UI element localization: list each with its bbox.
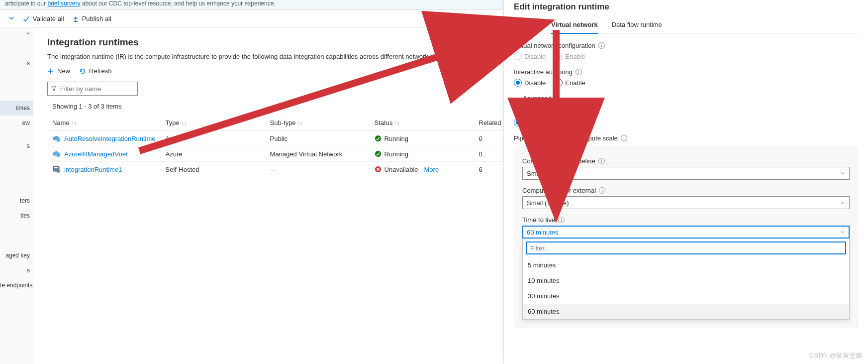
- nav-item-2[interactable]: ew: [0, 116, 33, 130]
- runtime-type: Azure: [161, 131, 265, 146]
- info-icon[interactable]: i: [558, 217, 565, 223]
- runtime-type: Azure: [161, 146, 265, 162]
- toolbar-expand[interactable]: [4, 12, 19, 25]
- nav-item-4[interactable]: ters: [0, 193, 33, 208]
- nav-item-runtimes[interactable]: times: [0, 101, 33, 116]
- info-icon[interactable]: i: [599, 187, 605, 194]
- runtime-status: Running: [375, 150, 469, 158]
- filter-input[interactable]: [57, 85, 134, 93]
- refresh-button[interactable]: Refresh: [79, 67, 112, 75]
- svg-point-2: [57, 154, 60, 157]
- vnet-disable-radio: Disable: [514, 52, 546, 60]
- nav-item-3[interactable]: s: [0, 138, 33, 153]
- runtime-name[interactable]: integrationRuntime1: [52, 165, 156, 173]
- publish-all-button[interactable]: Publish all: [68, 13, 115, 24]
- svg-rect-5: [54, 167, 58, 168]
- survey-link[interactable]: brief survery: [47, 0, 80, 7]
- ttl-label: Time to livei: [522, 216, 850, 224]
- left-nav: « s times ew s ters ties aged key s te e…: [0, 28, 33, 364]
- info-icon[interactable]: i: [598, 158, 605, 164]
- col-type[interactable]: Type↑↓: [161, 115, 265, 131]
- watermark: CSDN @發黃塗牆: [809, 351, 862, 360]
- tab-dataflow[interactable]: Data flow runtime: [612, 17, 662, 33]
- runtime-status: Running: [375, 135, 469, 142]
- svg-point-1: [375, 135, 381, 141]
- blade-tabs: Settings Virtual network Data flow runti…: [514, 17, 858, 34]
- svg-point-0: [57, 139, 60, 142]
- svg-point-3: [375, 151, 381, 157]
- ttl-filter-input[interactable]: [526, 242, 846, 254]
- ttl-select[interactable]: 60 minutes: [522, 226, 850, 239]
- runtime-type: Self-Hosted: [161, 162, 265, 177]
- vnet-enable-radio: Enable: [555, 52, 585, 60]
- nav-item-0[interactable]: s: [0, 56, 33, 71]
- filter-box[interactable]: [47, 82, 138, 96]
- pipe-scale-label: Pipeline and external compute scalei: [514, 134, 858, 142]
- copy-scale-label: Copy compute scalei: [514, 108, 858, 116]
- scale-settings-block: Compute size for pipelinei Small (1 node…: [514, 147, 858, 328]
- col-status[interactable]: Status↑↓: [370, 115, 474, 131]
- edit-runtime-blade: Edit integration runtime Settings Virtua…: [503, 0, 868, 364]
- new-button[interactable]: New: [47, 67, 70, 75]
- col-subtype[interactable]: Sub-type↑↓: [265, 115, 370, 131]
- filter-icon: [51, 85, 57, 92]
- runtime-status: UnavailableMore: [375, 166, 469, 173]
- status-more-link[interactable]: More: [424, 166, 439, 173]
- compute-external-label: Compute size for externali: [522, 187, 850, 194]
- runtime-name[interactable]: AutoResolveIntegrationRuntime: [52, 134, 156, 142]
- nav-item-8[interactable]: te endpoints: [0, 278, 33, 293]
- interactive-enable-radio[interactable]: Enable: [555, 79, 585, 87]
- copy-disable-radio[interactable]: Disable: [514, 119, 546, 126]
- validate-all-button[interactable]: Validate all: [19, 13, 68, 24]
- blade-title: Edit integration runtime: [514, 0, 858, 17]
- learn-more-link[interactable]: Learn more: [471, 53, 504, 60]
- info-icon[interactable]: i: [598, 42, 605, 49]
- ttl-option-5[interactable]: 5 minutes: [523, 257, 849, 273]
- nav-item-5[interactable]: ties: [0, 208, 33, 223]
- compute-pipeline-label: Compute size for pipelinei: [522, 157, 850, 165]
- tab-settings[interactable]: Settings: [514, 17, 537, 33]
- ttl-option-10[interactable]: 10 minutes: [523, 273, 849, 288]
- advanced-expander[interactable]: Advanced: [514, 95, 858, 102]
- runtime-name[interactable]: AzureIRManagedVnet: [52, 150, 156, 158]
- vnet-config-label: Virtual network configurationi: [514, 42, 858, 49]
- copy-enable-radio[interactable]: Enable: [555, 119, 585, 126]
- ttl-dropdown: 5 minutes 10 minutes 30 minutes 60 minut…: [522, 239, 850, 320]
- ttl-option-30[interactable]: 30 minutes: [523, 288, 849, 304]
- interactive-disable-radio[interactable]: Disable: [514, 79, 546, 87]
- runtime-subtype: Public: [265, 131, 370, 146]
- interactive-label: Interactive authoringi: [514, 68, 858, 76]
- collapse-nav-icon[interactable]: «: [27, 30, 30, 36]
- col-name[interactable]: Name↑↓: [47, 115, 161, 131]
- ttl-option-60[interactable]: 60 minutes: [523, 304, 849, 319]
- compute-external-select[interactable]: Small (1 node): [522, 196, 850, 209]
- svg-point-6: [57, 170, 60, 173]
- compute-pipeline-select[interactable]: Small (1 node): [522, 167, 850, 180]
- runtime-subtype: ---: [265, 162, 370, 177]
- runtime-subtype: Managed Virtual Network: [265, 146, 370, 162]
- info-icon[interactable]: i: [621, 135, 627, 141]
- info-icon[interactable]: i: [576, 69, 582, 75]
- info-icon[interactable]: i: [576, 109, 582, 115]
- nav-item-7[interactable]: s: [0, 263, 33, 278]
- tab-virtual-network[interactable]: Virtual network: [551, 17, 598, 33]
- nav-item-6[interactable]: aged key: [0, 248, 33, 263]
